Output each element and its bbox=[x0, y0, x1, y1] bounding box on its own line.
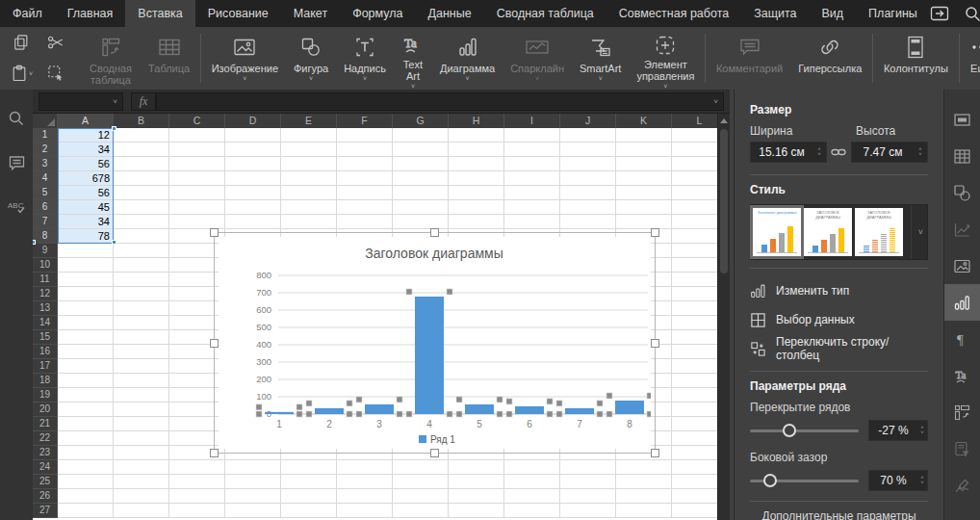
menu-tab-12[interactable]: Плагины bbox=[856, 0, 930, 27]
cell-E5[interactable] bbox=[281, 186, 337, 200]
cell-B22[interactable] bbox=[114, 431, 169, 446]
cell-H24[interactable] bbox=[449, 460, 504, 475]
row-header-27[interactable]: 27 bbox=[33, 504, 58, 518]
toolbar-button-shape[interactable]: Фигура˅ bbox=[286, 27, 336, 90]
cell-B21[interactable] bbox=[114, 417, 169, 431]
chart-resize-handle[interactable] bbox=[651, 449, 659, 457]
cell-J3[interactable] bbox=[560, 157, 616, 171]
row-header-18[interactable]: 18 bbox=[33, 374, 58, 388]
cell-B2[interactable] bbox=[114, 143, 169, 157]
row-header-12[interactable]: 12 bbox=[33, 287, 58, 301]
cell-A3[interactable]: 56 bbox=[58, 157, 114, 171]
cell-F7[interactable] bbox=[337, 215, 393, 229]
cell-A13[interactable] bbox=[58, 301, 114, 316]
cell-H27[interactable] bbox=[449, 504, 504, 518]
cell-C25[interactable] bbox=[169, 475, 225, 489]
row-header-10[interactable]: 10 bbox=[33, 258, 58, 273]
formula-input-box[interactable]: ˅ bbox=[156, 92, 724, 111]
menu-tab-1[interactable]: Файл bbox=[0, 0, 55, 27]
cell-A5[interactable]: 56 bbox=[58, 186, 114, 200]
toolbar-button-textbox[interactable]: Надпись˅ bbox=[336, 27, 394, 90]
toolbar-button-control[interactable]: Элемент управления˅ bbox=[629, 27, 702, 90]
cell-K24[interactable] bbox=[616, 460, 672, 475]
cell-C1[interactable] bbox=[169, 128, 225, 143]
cell-E27[interactable] bbox=[281, 504, 337, 518]
menu-tab-4[interactable]: Рисование bbox=[195, 0, 281, 27]
cell-A26[interactable] bbox=[58, 489, 114, 504]
cell-C2[interactable] bbox=[169, 143, 225, 157]
cell-B26[interactable] bbox=[114, 489, 169, 504]
cell-J6[interactable] bbox=[560, 200, 616, 215]
name-box-input[interactable] bbox=[39, 96, 108, 108]
height-input-box[interactable]: ˄˅ bbox=[851, 142, 928, 163]
toolbar-button-smartart[interactable]: SmartArt˅ bbox=[572, 27, 629, 90]
chart-settings-icon[interactable] bbox=[944, 284, 980, 321]
signature-settings-icon[interactable] bbox=[944, 467, 980, 504]
column-header-C[interactable]: C bbox=[169, 114, 225, 128]
cell-G27[interactable] bbox=[393, 504, 449, 518]
cell-A12[interactable] bbox=[58, 287, 114, 301]
cell-A20[interactable] bbox=[58, 403, 114, 417]
open-location-icon[interactable] bbox=[930, 6, 949, 21]
row-header-17[interactable]: 17 bbox=[33, 359, 58, 374]
cell-H7[interactable] bbox=[449, 215, 504, 229]
column-header-K[interactable]: K bbox=[616, 114, 672, 128]
cell-B15[interactable] bbox=[114, 330, 169, 345]
cell-B20[interactable] bbox=[114, 403, 169, 417]
overlap-slider-thumb[interactable] bbox=[783, 424, 796, 437]
cell-B6[interactable] bbox=[114, 200, 169, 215]
row-header-26[interactable]: 26 bbox=[33, 489, 58, 504]
search-icon[interactable] bbox=[965, 6, 980, 22]
cell-I3[interactable] bbox=[504, 157, 560, 171]
cell-I1[interactable] bbox=[504, 128, 560, 143]
row-header-24[interactable]: 24 bbox=[33, 460, 58, 475]
pivot-settings-icon[interactable] bbox=[944, 394, 980, 430]
cell-I2[interactable] bbox=[504, 143, 560, 157]
toolbar-button-chart[interactable]: Диаграмма˅ bbox=[432, 27, 503, 90]
cell-F4[interactable] bbox=[337, 171, 393, 186]
copy-icon[interactable] bbox=[7, 30, 36, 55]
advanced-settings-link[interactable]: Дополнительные параметры bbox=[761, 509, 916, 520]
cell-E3[interactable] bbox=[281, 157, 337, 171]
cell-F6[interactable] bbox=[337, 200, 393, 215]
chart-resize-handle[interactable] bbox=[651, 339, 659, 348]
cell-G5[interactable] bbox=[393, 186, 449, 200]
cell-C4[interactable] bbox=[169, 171, 225, 186]
cell-K7[interactable] bbox=[616, 215, 672, 229]
cell-D1[interactable] bbox=[225, 128, 281, 143]
row-header-8[interactable]: 8 bbox=[33, 229, 58, 244]
cell-A17[interactable] bbox=[58, 359, 114, 374]
cell-B24[interactable] bbox=[114, 460, 169, 475]
row-header-19[interactable]: 19 bbox=[33, 388, 58, 403]
cell-F26[interactable] bbox=[337, 489, 393, 504]
cell-A1[interactable]: 12 bbox=[58, 128, 114, 143]
cell-I6[interactable] bbox=[504, 200, 560, 215]
cell-C27[interactable] bbox=[169, 504, 225, 518]
cell-H6[interactable] bbox=[449, 200, 504, 215]
cell-K5[interactable] bbox=[616, 186, 672, 200]
cell-D25[interactable] bbox=[225, 475, 281, 489]
cell-E2[interactable] bbox=[281, 143, 337, 157]
cell-D26[interactable] bbox=[225, 489, 281, 504]
cell-B12[interactable] bbox=[114, 287, 169, 301]
select-all-corner[interactable] bbox=[33, 114, 58, 128]
width-spinner-icon[interactable]: ˄˅ bbox=[812, 147, 826, 157]
row-header-9[interactable]: 9 bbox=[33, 244, 58, 258]
cell-J2[interactable] bbox=[560, 143, 616, 157]
gap-spinner-icon[interactable]: ˄˅ bbox=[917, 476, 927, 485]
toolbar-button-more-dots[interactable]: Ещё bbox=[962, 27, 980, 90]
chart-canvas[interactable]: Заголовок диаграммы010020030040050060070… bbox=[219, 237, 651, 449]
cell-K6[interactable] bbox=[616, 200, 672, 215]
chart-style-thumb-1[interactable]: Заголовок диаграммы bbox=[753, 208, 801, 256]
row-header-1[interactable]: 1 bbox=[33, 128, 58, 143]
gap-slider[interactable] bbox=[750, 474, 859, 487]
cell-G7[interactable] bbox=[393, 215, 449, 229]
cell-A9[interactable] bbox=[58, 244, 114, 258]
cell-B23[interactable] bbox=[114, 446, 169, 460]
row-header-22[interactable]: 22 bbox=[33, 431, 58, 446]
cell-J27[interactable] bbox=[560, 504, 616, 518]
cell-B13[interactable] bbox=[114, 301, 169, 316]
name-box[interactable]: ˅ bbox=[39, 92, 123, 111]
overlap-input-box[interactable]: ˄˅ bbox=[868, 420, 928, 441]
menu-tab-3[interactable]: Вставка bbox=[125, 0, 194, 27]
